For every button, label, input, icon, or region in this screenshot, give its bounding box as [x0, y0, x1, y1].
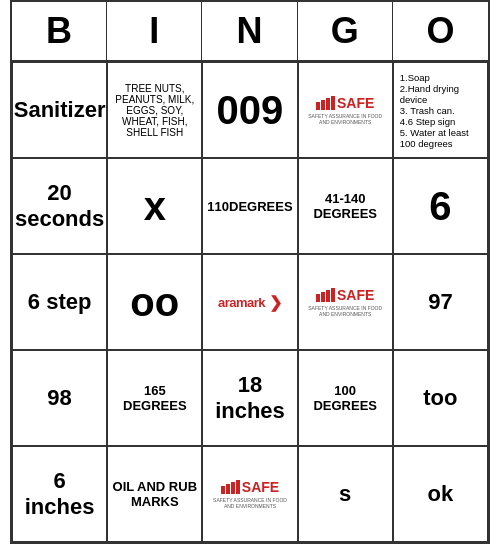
- bingo-header: BINGO: [12, 2, 488, 62]
- cell-r5c3: SAFESAFETY ASSURANCE IN FOOD AND ENVIRON…: [202, 446, 297, 542]
- cell-r2c1: 20 seconds: [12, 158, 107, 254]
- cell-r1c2: TREE NUTS, PEANUTS, MILK, EGGS, SOY, WHE…: [107, 62, 202, 158]
- cell-r4c1: 98: [12, 350, 107, 446]
- cell-r3c1: 6 step: [12, 254, 107, 350]
- cell-r1c5: 1.Soap 2.Hand drying device 3. Trash can…: [393, 62, 488, 158]
- cell-r3c3: aramark❯: [202, 254, 297, 350]
- cell-r3c4: SAFESAFETY ASSURANCE IN FOOD AND ENVIRON…: [298, 254, 393, 350]
- cell-r3c5: 97: [393, 254, 488, 350]
- cell-r1c4: SAFESAFETY ASSURANCE IN FOOD AND ENVIRON…: [298, 62, 393, 158]
- header-letter-o: O: [393, 2, 488, 60]
- cell-r2c2: x: [107, 158, 202, 254]
- cell-r2c3: 110DEGREES: [202, 158, 297, 254]
- cell-r4c5: too: [393, 350, 488, 446]
- cell-r5c1: 6 inches: [12, 446, 107, 542]
- bingo-card: BINGO SanitizerTREE NUTS, PEANUTS, MILK,…: [10, 0, 490, 544]
- cell-r4c4: 100 DEGREES: [298, 350, 393, 446]
- bingo-grid: SanitizerTREE NUTS, PEANUTS, MILK, EGGS,…: [12, 62, 488, 542]
- header-letter-i: I: [107, 2, 202, 60]
- cell-r3c2: oo: [107, 254, 202, 350]
- cell-r2c5: 6: [393, 158, 488, 254]
- header-letter-b: B: [12, 2, 107, 60]
- cell-r5c2: OIL AND RUB MARKS: [107, 446, 202, 542]
- cell-r5c4: s: [298, 446, 393, 542]
- cell-r5c5: ok: [393, 446, 488, 542]
- header-letter-n: N: [202, 2, 297, 60]
- cell-r2c4: 41-140 DEGREES: [298, 158, 393, 254]
- cell-r4c3: 18 inches: [202, 350, 297, 446]
- header-letter-g: G: [298, 2, 393, 60]
- cell-r1c3: 009: [202, 62, 297, 158]
- cell-r1c1: Sanitizer: [12, 62, 107, 158]
- cell-r4c2: 165 DEGREES: [107, 350, 202, 446]
